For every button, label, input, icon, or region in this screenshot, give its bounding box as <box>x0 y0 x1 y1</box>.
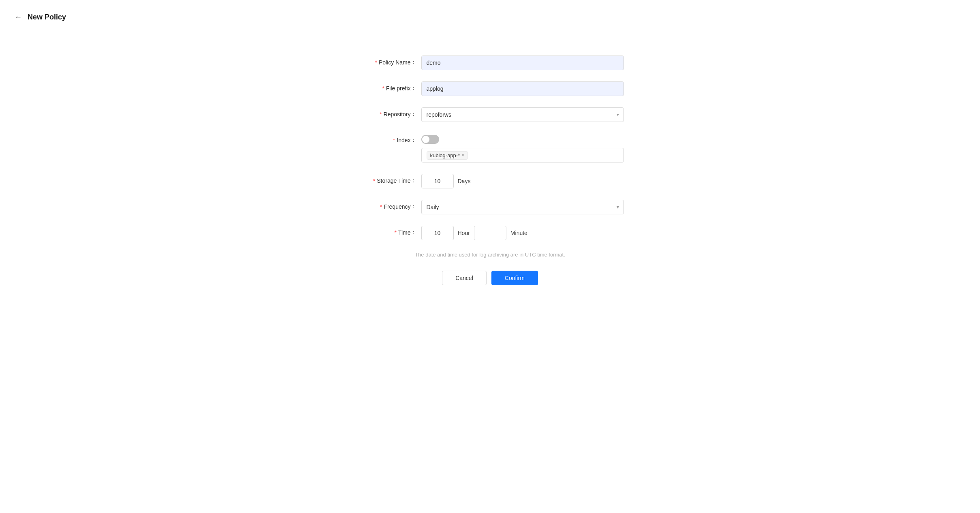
form-container: * Policy Name： * File prefix： * Reposito… <box>332 39 648 301</box>
storage-time-group: Days <box>421 174 624 188</box>
file-prefix-field <box>421 81 624 96</box>
hour-input[interactable] <box>421 226 454 240</box>
policy-name-label: * Policy Name： <box>357 56 421 66</box>
required-star-7: * <box>394 229 396 236</box>
tag-text: kublog-app-* <box>430 152 460 158</box>
page-title: New Policy <box>28 13 66 21</box>
page-wrapper: ← New Policy * Policy Name： * File prefi… <box>0 0 980 513</box>
time-label: * Time： <box>357 226 421 236</box>
index-toggle[interactable] <box>421 135 439 144</box>
required-star: * <box>375 59 377 66</box>
minute-unit-label: Minute <box>510 230 527 236</box>
time-group: Hour Minute <box>421 226 624 240</box>
confirm-button[interactable]: Confirm <box>491 271 538 285</box>
storage-time-unit: Days <box>458 178 471 184</box>
cancel-button[interactable]: Cancel <box>442 271 487 285</box>
back-button[interactable]: ← <box>13 11 23 23</box>
file-prefix-label: * File prefix： <box>357 81 421 92</box>
utc-notice: The date and time used for log archiving… <box>357 252 624 258</box>
repository-select-wrapper: repoforws ▾ <box>421 107 624 122</box>
toggle-slider <box>421 135 439 144</box>
index-tag-item: kublog-app-* × <box>427 151 468 160</box>
index-row: * Index： kublog-app-* × <box>357 133 624 162</box>
policy-name-field <box>421 56 624 70</box>
required-star-6: * <box>380 203 382 210</box>
hour-unit-label: Hour <box>458 230 470 236</box>
repository-field: repoforws ▾ <box>421 107 624 122</box>
policy-name-row: * Policy Name： <box>357 56 624 70</box>
storage-time-row: * Storage Time： Days <box>357 174 624 188</box>
file-prefix-input[interactable] <box>421 81 624 96</box>
minute-input[interactable] <box>474 226 506 240</box>
page-header: ← New Policy <box>13 11 967 23</box>
policy-name-input[interactable] <box>421 56 624 70</box>
repository-label: * Repository： <box>357 107 421 118</box>
storage-time-field: Days <box>421 174 624 188</box>
frequency-select[interactable]: Daily Weekly Monthly <box>421 200 624 214</box>
repository-select[interactable]: repoforws <box>421 107 624 122</box>
index-label: * Index： <box>357 133 421 144</box>
required-star-3: * <box>380 111 382 118</box>
storage-time-label: * Storage Time： <box>357 174 421 184</box>
frequency-select-wrapper: Daily Weekly Monthly ▾ <box>421 200 624 214</box>
frequency-row: * Frequency： Daily Weekly Monthly ▾ <box>357 200 624 214</box>
time-field: Hour Minute <box>421 226 624 240</box>
storage-time-input[interactable] <box>421 174 454 188</box>
file-prefix-row: * File prefix： <box>357 81 624 96</box>
repository-row: * Repository： repoforws ▾ <box>357 107 624 122</box>
index-tags-input[interactable]: kublog-app-* × <box>421 148 624 162</box>
tag-close-icon[interactable]: × <box>461 153 464 158</box>
required-star-5: * <box>373 177 375 184</box>
required-star-4: * <box>393 137 395 143</box>
time-row: * Time： Hour Minute <box>357 226 624 240</box>
form-actions: Cancel Confirm <box>357 271 624 285</box>
index-toggle-container <box>421 133 624 144</box>
frequency-label: * Frequency： <box>357 200 421 210</box>
back-arrow-icon: ← <box>15 13 22 21</box>
required-star-2: * <box>382 85 384 92</box>
frequency-field: Daily Weekly Monthly ▾ <box>421 200 624 214</box>
index-field-block: kublog-app-* × <box>421 133 624 162</box>
